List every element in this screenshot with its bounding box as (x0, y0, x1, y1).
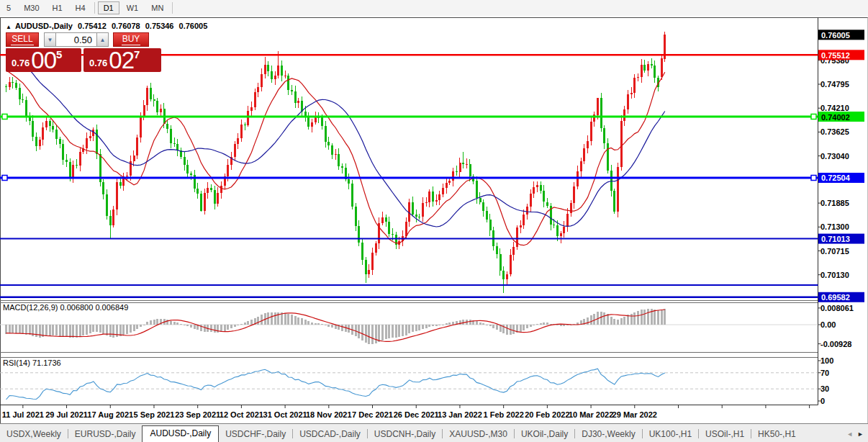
macd-axis-label: 0.00 (820, 320, 836, 329)
price-tick-label: 0.73040 (820, 152, 849, 161)
chart-symbol-label: AUDUSD-,Daily (15, 22, 73, 30)
symbol-tab-bar: USDX,WeeklyEURUSD-,DailyAUDUSD-,DailyUSD… (0, 423, 868, 442)
date-tick-label: 1 Feb 2022 (484, 410, 524, 419)
chart-tab-eurusd-daily[interactable]: EURUSD-,Daily (68, 427, 143, 442)
sell-price-prefix: 0.76 (12, 58, 30, 68)
date-tick-label: 7 Dec 2021 (352, 410, 393, 419)
rsi-indicator-label: RSI(14) 71.1736 (3, 358, 61, 367)
ohlc-close: 0.76005 (179, 22, 208, 30)
date-tick-label: 5 Sep 2021 (134, 410, 175, 419)
chart-tab-dj30-weekly[interactable]: DJ30-,Weekly (575, 427, 641, 442)
buy-price-big: 02 (109, 50, 134, 70)
chart-tab-usoil-h1[interactable]: USOil-,H1 (699, 427, 751, 442)
chevron-up-icon: ▲ (100, 37, 106, 43)
tab-scroll-right-icon[interactable]: ► (857, 430, 864, 438)
chart-tab-hk50-h1[interactable]: HK50-,H1 (751, 427, 803, 442)
chart-tab-uk100-h1[interactable]: UK100-,H1 (643, 427, 698, 442)
svg-text:0.74002: 0.74002 (821, 113, 850, 122)
timeframe-5-button[interactable]: 5 (1, 1, 17, 14)
date-tick-label: 18 Nov 2021 (306, 410, 352, 419)
chart-tab-xauusd-m30[interactable]: XAUUSD-,M30 (443, 427, 514, 442)
sell-button-label: SELL (11, 34, 33, 45)
date-tick-label: 29 Jul 2021 (45, 410, 88, 419)
price-tick-label: 0.74795 (820, 80, 849, 89)
rsi-axis-label: 70 (820, 369, 829, 377)
ohlc-low: 0.75346 (145, 22, 174, 30)
timeframe-h1-button[interactable]: H1 (47, 1, 68, 14)
buy-price-sup: 7 (134, 48, 140, 60)
volume-decrease-button[interactable]: ▼ (44, 32, 56, 47)
date-tick-label: 20 Feb 2022 (525, 410, 569, 419)
price-tick-label: 0.70130 (820, 271, 849, 279)
timeframe-h4-button[interactable]: H4 (70, 1, 91, 14)
timeframe-toolbar: 5M30H1H4D1W1MN (0, 0, 868, 16)
buy-price-prefix: 0.76 (89, 58, 107, 68)
hline-handle[interactable] (2, 114, 7, 119)
sell-button[interactable]: SELL (6, 32, 39, 47)
date-tick-label: 29 Mar 2022 (612, 410, 657, 419)
timeframe-d1-button[interactable]: D1 (98, 1, 119, 14)
date-tick-label: 13 Jan 2022 (438, 410, 482, 419)
volume-increase-button[interactable]: ▲ (96, 32, 109, 47)
chart-tab-usdchf-daily[interactable]: USDCHF-,Daily (219, 427, 292, 442)
sell-price-sup: 5 (56, 48, 62, 60)
tab-scroll-left-icon[interactable]: ◄ (846, 430, 853, 438)
hline-handle[interactable] (811, 114, 816, 119)
svg-text:0.75512: 0.75512 (821, 51, 850, 60)
svg-text:0.72504: 0.72504 (821, 173, 851, 182)
rsi-axis-label: 30 (820, 384, 829, 393)
buy-price-panel[interactable]: 0.76 02 7 (83, 48, 161, 72)
hline-handle[interactable] (2, 175, 7, 180)
hline-handle[interactable] (811, 175, 816, 180)
svg-text:0.69582: 0.69582 (821, 293, 850, 302)
trading-platform-window: 0.753800.747950.742100.736250.730400.718… (0, 0, 868, 442)
chevron-down-icon: ▼ (48, 37, 53, 43)
price-tick-label: 0.73625 (820, 127, 849, 136)
macd-histogram (5, 309, 666, 344)
chart-tab-audusd-daily[interactable]: AUDUSD-,Daily (142, 425, 219, 442)
price-tick-label: 0.71885 (820, 199, 849, 207)
chart-tab-usdcnh-daily[interactable]: USDCNH-,Daily (368, 427, 442, 442)
date-tick-label: 12 Oct 2021 (220, 410, 263, 419)
chart-tab-ukoil-daily[interactable]: UKOil-,Daily (515, 427, 574, 442)
date-tick-label: 10 Mar 2022 (569, 410, 613, 419)
svg-text:0.71013: 0.71013 (821, 235, 850, 243)
timeframe-w1-button[interactable]: W1 (121, 1, 145, 14)
ohlc-high: 0.76078 (112, 22, 140, 30)
one-click-trading-widget: SELL ▼ 0.50 ▲ BUY 0.76 00 5 0.76 02 7 (6, 32, 161, 72)
chart-header: ▲AUDUSD-,Daily 0.75412 0.76078 0.75346 0… (6, 22, 210, 30)
date-tick-label: 23 Sep 2021 (175, 410, 220, 419)
price-tick-label: 0.71300 (820, 222, 849, 231)
collapse-panel-icon[interactable]: ▲ (6, 24, 12, 30)
date-tick-label: 17 Aug 2021 (87, 410, 133, 419)
toolbar-divider (172, 2, 173, 14)
buy-button-label: BUY (122, 34, 141, 45)
sell-price-big: 00 (31, 50, 56, 70)
price-tick-label: 0.70715 (820, 247, 849, 256)
timeframe-mn-button[interactable]: MN (145, 1, 169, 14)
chart-tab-usdx-weekly[interactable]: USDX,Weekly (0, 427, 68, 442)
svg-text:0.76005: 0.76005 (821, 31, 850, 40)
price-tick-label: 0.74210 (820, 104, 849, 112)
macd-axis-label: 0.008061 (820, 304, 854, 312)
tab-scroll-controls: ◄► (846, 430, 868, 442)
date-tick-label: 11 Jul 2021 (2, 410, 44, 419)
date-tick-label: 31 Oct 2021 (263, 410, 307, 419)
timeframe-m30-button[interactable]: M30 (18, 1, 45, 14)
date-tick-label: 26 Dec 2021 (394, 410, 439, 419)
sell-price-panel[interactable]: 0.76 00 5 (6, 48, 81, 72)
rsi-axis-label: 100 (820, 356, 833, 365)
toolbar-divider (94, 2, 95, 14)
rsi-line (6, 369, 665, 400)
rsi-axis-label: 0 (820, 397, 825, 405)
macd-axis-label: -0.00928 (820, 340, 851, 348)
slow-ma-line (6, 48, 665, 227)
chart-tab-usdcad-daily[interactable]: USDCAD-,Daily (293, 427, 367, 442)
macd-indicator-label: MACD(12,26,9) 0.006800 0.006849 (3, 303, 128, 312)
volume-input[interactable]: 0.50 (56, 32, 96, 47)
ohlc-open: 0.75412 (78, 22, 107, 30)
buy-button[interactable]: BUY (113, 32, 149, 47)
